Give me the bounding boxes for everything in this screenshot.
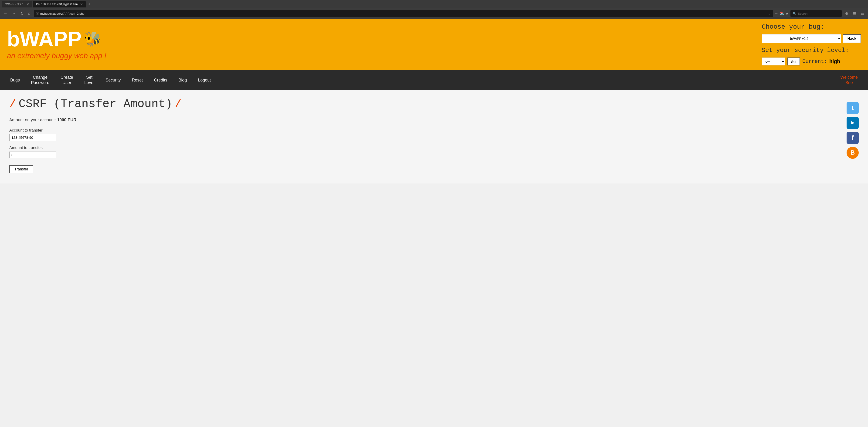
blogger-icon[interactable]: B xyxy=(846,147,859,159)
current-security-value: high xyxy=(829,59,840,65)
pocket-btn[interactable]: 📚 xyxy=(780,11,784,15)
address-text: mybuggy.app/bWAPP/csrf_2.php xyxy=(40,12,767,15)
bee-icon: 🐝 xyxy=(84,32,101,46)
search-icon: 🔍 xyxy=(793,12,797,15)
set-button[interactable]: Set xyxy=(787,58,800,65)
tab-2[interactable]: 192.168.137.131/csrf_bypass.html ✕ xyxy=(33,1,86,7)
tools-btn[interactable]: ⚙ xyxy=(843,10,849,17)
more-btn[interactable]: ⋯ xyxy=(775,11,778,15)
amount-transfer-group: Amount to transfer: xyxy=(9,145,842,158)
nav-credits[interactable]: Credits xyxy=(148,73,173,88)
library-btn[interactable]: ☰ xyxy=(851,10,858,17)
nav-security[interactable]: Security xyxy=(100,73,126,88)
main-content: / CSRF (Transfer Amount) / Amount on you… xyxy=(0,90,868,184)
bwapp-title-text: bWAPP xyxy=(7,29,82,50)
security-select[interactable]: low medium high xyxy=(762,58,785,65)
nav-welcome[interactable]: Welcome Bee xyxy=(835,70,863,90)
new-tab-button[interactable]: + xyxy=(87,2,92,7)
nav-create-user[interactable]: Create User xyxy=(55,70,79,90)
nav-logout[interactable]: Logout xyxy=(192,73,216,88)
account-to-transfer-input[interactable] xyxy=(9,134,56,141)
nav-set-level[interactable]: Set Level xyxy=(79,70,100,90)
nav-change-password[interactable]: Change Password xyxy=(25,70,55,90)
bwapp-controls: Choose your bug: ---------------------- … xyxy=(762,23,861,65)
nav-blog[interactable]: Blog xyxy=(173,73,192,88)
bwapp-subtitle: an extremely buggy web app ! xyxy=(7,52,106,60)
social-sidebar: t in f B xyxy=(846,97,859,176)
nav-reset[interactable]: Reset xyxy=(126,73,148,88)
address-bar[interactable]: ⓘ mybuggy.app/bWAPP/csrf_2.php ⌄ xyxy=(34,10,773,17)
twitter-icon[interactable]: t xyxy=(846,102,859,114)
logo-area: bWAPP 🐝 an extremely buggy web app ! xyxy=(7,29,106,60)
tab-1-label: bWAPP - CSRF xyxy=(5,3,25,6)
amount-to-transfer-input[interactable] xyxy=(9,152,56,158)
account-transfer-group: Account to transfer: xyxy=(9,128,842,141)
account-to-transfer-label: Account to transfer: xyxy=(9,128,842,133)
nav-bar: ← → ↻ ⌂ ⓘ mybuggy.app/bWAPP/csrf_2.php ⌄… xyxy=(0,8,868,19)
info-icon: ⓘ xyxy=(36,12,39,15)
page-title: / CSRF (Transfer Amount) / xyxy=(9,97,842,110)
bwapp-header: bWAPP 🐝 an extremely buggy web app ! Cho… xyxy=(0,19,868,70)
security-level-label: Set your security level: xyxy=(762,47,861,54)
facebook-icon[interactable]: f xyxy=(846,132,859,144)
linkedin-icon[interactable]: in xyxy=(846,117,859,129)
home-button[interactable]: ⌂ xyxy=(27,10,32,17)
amount-to-transfer-label: Amount to transfer: xyxy=(9,145,842,150)
bug-select[interactable]: ---------------------- bWAPP v2.2 ------… xyxy=(762,34,841,43)
search-input[interactable] xyxy=(798,12,839,15)
content-area: / CSRF (Transfer Amount) / Amount on you… xyxy=(9,97,842,176)
nav-bugs[interactable]: Bugs xyxy=(5,73,25,88)
tab-1[interactable]: bWAPP - CSRF ✕ xyxy=(2,1,32,7)
account-info: Amount on your account: 1000 EUR xyxy=(9,118,842,123)
tab-2-label: 192.168.137.131/csrf_bypass.html xyxy=(36,3,78,6)
hack-button[interactable]: Hack xyxy=(843,34,861,43)
address-chevron: ⌄ xyxy=(768,12,771,15)
reload-button[interactable]: ↻ xyxy=(19,10,25,17)
tab-1-close[interactable]: ✕ xyxy=(26,2,29,6)
sidebar-btn[interactable]: ▭ xyxy=(859,10,866,17)
bookmark-btn[interactable]: ★ xyxy=(785,11,788,15)
page-title-text: CSRF (Transfer Amount) xyxy=(19,97,172,110)
search-bar[interactable]: 🔍 xyxy=(790,10,842,17)
security-row: low medium high Set Current: high xyxy=(762,58,861,65)
nav-menu: Bugs Change Password Create User Set Lev… xyxy=(0,70,868,90)
slash-right: / xyxy=(175,97,182,110)
nav-extras: ⋯ 📚 ★ xyxy=(775,11,788,15)
account-info-prefix: Amount on your account: xyxy=(9,118,57,122)
tab-bar: bWAPP - CSRF ✕ 192.168.137.131/csrf_bypa… xyxy=(0,0,868,8)
slash-left: / xyxy=(9,97,16,110)
back-button[interactable]: ← xyxy=(2,10,9,17)
current-label: Current: xyxy=(802,59,827,65)
choose-bug-label: Choose your bug: xyxy=(762,23,861,31)
bug-selector-row: ---------------------- bWAPP v2.2 ------… xyxy=(762,34,861,43)
bwapp-title: bWAPP 🐝 xyxy=(7,29,106,50)
account-amount: 1000 EUR xyxy=(57,118,76,122)
transfer-button[interactable]: Transfer xyxy=(9,165,33,173)
forward-button[interactable]: → xyxy=(11,10,17,17)
browser-chrome: bWAPP - CSRF ✕ 192.168.137.131/csrf_bypa… xyxy=(0,0,868,19)
tab-2-close[interactable]: ✕ xyxy=(80,2,83,6)
